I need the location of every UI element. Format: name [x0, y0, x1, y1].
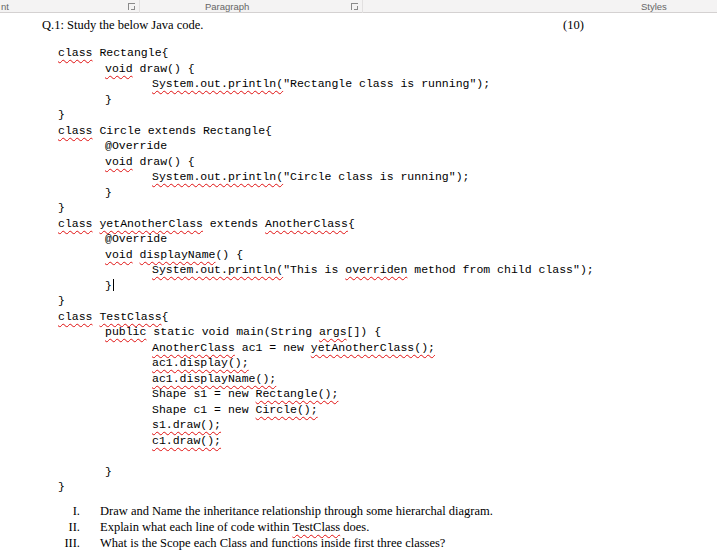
spell-error-text: class: [58, 124, 93, 137]
question-number: I.: [0, 503, 80, 519]
spell-error-text: System.out.println(: [152, 170, 283, 183]
code-text: }: [58, 201, 65, 214]
spell-error-text: void: [105, 248, 133, 261]
code-text: [133, 248, 140, 261]
ribbon-group-divider: [362, 0, 363, 13]
code-line: AnotherClass ac1 = new yetAnotherClass()…: [58, 340, 717, 356]
styles-group-label: Styles: [641, 1, 667, 12]
spell-error-text: public: [105, 325, 146, 338]
question-text: Explain what each line of code within Te…: [100, 519, 369, 535]
text-segment: What is the Scope each Class and functio…: [100, 536, 445, 550]
text-segment: Explain what each line of code within: [100, 520, 292, 534]
code-line: System.out.println("Circle class is runn…: [58, 169, 717, 185]
question-header: Q.1: Study the below Java code. (10): [42, 18, 717, 34]
code-text: }: [58, 480, 65, 493]
code-text: }: [58, 108, 65, 121]
document-page[interactable]: Q.1: Study the below Java code. (10) cla…: [0, 13, 717, 560]
code-text: Rectangle{: [93, 46, 169, 59]
code-text: "Circle class is running");: [283, 170, 469, 183]
code-text: }: [105, 465, 112, 478]
code-text: draw() {: [133, 155, 195, 168]
spell-error-text: AnotherClass: [265, 217, 348, 230]
code-text: static void main(String: [146, 325, 319, 338]
code-text: "This is: [283, 263, 345, 276]
spell-error-text: TestClass: [292, 520, 340, 534]
ribbon-bar: nt Paragraph Styles: [0, 0, 717, 13]
paragraph-group-label: Paragraph: [205, 1, 249, 12]
code-text: Circle extends Rectangle{: [93, 124, 272, 137]
spell-error-text: System.out.println(: [152, 263, 283, 276]
code-line: System.out.println("This is overriden me…: [58, 262, 717, 278]
code-text: ac1 = new: [235, 341, 311, 354]
code-line: c1.draw();: [58, 433, 717, 449]
code-line: [58, 448, 717, 464]
code-line: }: [58, 293, 717, 309]
code-text: "Rectangle class is running");: [283, 77, 490, 90]
spell-error-text: ac1.display();: [152, 356, 249, 369]
text-cursor: [113, 279, 114, 291]
code-line: ac1.displayName();: [58, 371, 717, 387]
code-text: {: [348, 217, 355, 230]
font-dialog-launcher-icon[interactable]: [128, 3, 135, 10]
spell-error-text: yetAnotherClass();: [311, 341, 435, 354]
code-line: Shape c1 = new Circle();: [58, 402, 717, 418]
code-text: method from child class");: [407, 263, 593, 276]
code-line: void draw() {: [58, 154, 717, 170]
code-line: @Override: [58, 138, 717, 154]
code-line: }: [58, 92, 717, 108]
code-line: public static void main(String args[]) {: [58, 324, 717, 340]
code-line: s1.draw();: [58, 417, 717, 433]
code-text: }: [105, 186, 112, 199]
spell-error-text: void: [105, 62, 133, 75]
spell-error-text: System.out.println(: [152, 77, 283, 90]
spell-error-text: c1.draw();: [152, 434, 221, 447]
code-line: System.out.println("Rectangle class is r…: [58, 76, 717, 92]
question-list: I.Draw and Name the inheritance relation…: [0, 503, 717, 551]
question-item: III.What is the Scope each Class and fun…: [0, 535, 717, 551]
code-text: {: [162, 310, 169, 323]
spell-error-text: class: [58, 217, 93, 230]
code-line: class TestClass{: [58, 309, 717, 325]
question-text: What is the Scope each Class and functio…: [100, 535, 445, 551]
spell-error-text: AnotherClass: [152, 341, 235, 354]
spell-error-text: args: [319, 325, 347, 338]
code-text: []) {: [347, 325, 382, 338]
code-text: @Override: [105, 139, 167, 152]
question-text: Draw and Name the inheritance relationsh…: [100, 503, 493, 519]
code-line: }: [58, 200, 717, 216]
ribbon-group-divider: [139, 0, 140, 13]
spell-error-text: Circle();: [256, 403, 318, 416]
code-text: @Override: [105, 232, 167, 245]
question-item: II.Explain what each line of code within…: [0, 519, 717, 535]
code-line: }: [58, 107, 717, 123]
spell-error-text: Rectangle();: [256, 387, 339, 400]
code-line: }: [58, 185, 717, 201]
code-line: }: [58, 278, 717, 294]
code-text: }: [105, 279, 112, 292]
code-text: Shape c1 = new: [152, 403, 256, 416]
paragraph-dialog-launcher-icon[interactable]: [351, 3, 358, 10]
spell-error-text: overriden: [345, 263, 407, 276]
code-text: }: [58, 294, 65, 307]
code-line: class Circle extends Rectangle{: [58, 123, 717, 139]
spell-error-text: s1.draw();: [152, 418, 221, 431]
marks-label: (10): [563, 18, 584, 33]
question-heading: Q.1: Study the below Java code.: [42, 18, 203, 32]
code-block: class Rectangle{void draw() {System.out.…: [58, 45, 717, 495]
code-line: Shape s1 = new Rectangle();: [58, 386, 717, 402]
code-text: Shape s1 = new: [152, 387, 256, 400]
code-line: }: [58, 464, 717, 480]
spell-error-text: yetAnotherClass: [99, 217, 203, 230]
code-line: @Override: [58, 231, 717, 247]
question-item: I.Draw and Name the inheritance relation…: [0, 503, 717, 519]
code-text: draw() {: [133, 62, 195, 75]
spell-error-text: class: [58, 310, 93, 323]
code-text: extends: [203, 217, 265, 230]
question-number: III.: [0, 535, 80, 551]
text-segment: does.: [340, 520, 369, 534]
code-text: }: [105, 93, 112, 106]
spell-error-text: void: [105, 155, 133, 168]
code-line: void displayName() {: [58, 247, 717, 263]
spell-error-text: ac1.displayName();: [152, 372, 276, 385]
code-line: void draw() {: [58, 61, 717, 77]
